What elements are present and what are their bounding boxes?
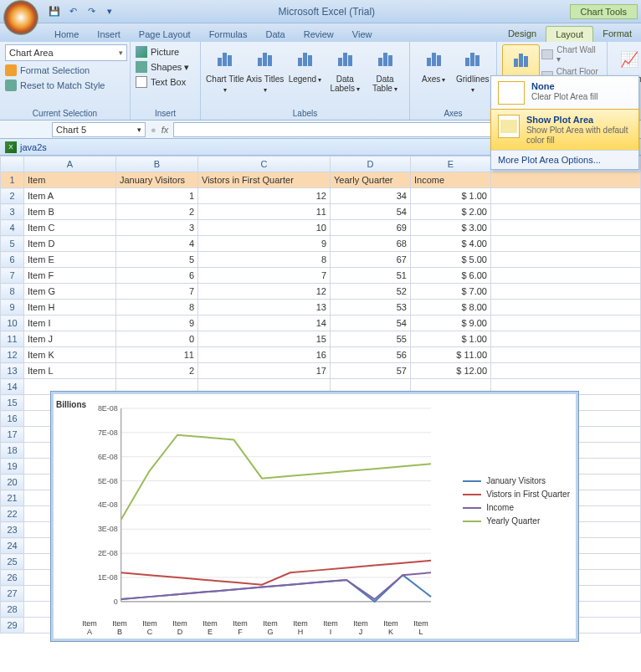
cell[interactable]: 2 (116, 204, 198, 220)
cell[interactable]: 14 (198, 315, 331, 331)
format-selection-button[interactable]: Format Selection (5, 63, 125, 78)
cell[interactable]: 54 (331, 204, 411, 220)
cell[interactable]: $ 12.00 (411, 363, 491, 379)
row-header[interactable]: 10 (1, 315, 24, 331)
cell[interactable]: 12 (198, 284, 331, 300)
row-header[interactable]: 29 (1, 618, 24, 634)
cell[interactable]: Item K (24, 347, 116, 363)
row-header[interactable]: 28 (1, 602, 24, 618)
row-header[interactable]: 7 (1, 268, 24, 284)
cell[interactable]: Item G (24, 284, 116, 300)
row-header[interactable]: 9 (1, 300, 24, 315)
cell[interactable]: $ 1.00 (411, 188, 491, 204)
tab-data[interactable]: Data (256, 27, 294, 42)
cell[interactable]: Item J (24, 331, 116, 347)
cell[interactable]: 7 (198, 268, 331, 284)
cell[interactable] (491, 172, 641, 188)
cell[interactable]: Item B (24, 204, 116, 220)
row-header[interactable]: 1 (1, 172, 24, 188)
tab-insert[interactable]: Insert (88, 27, 130, 42)
cell[interactable]: Vistors in First Quarter (198, 172, 331, 188)
cell[interactable]: 17 (198, 363, 331, 379)
cell[interactable]: Income (411, 172, 491, 188)
cell[interactable]: 34 (331, 188, 411, 204)
cell[interactable] (491, 331, 641, 347)
cell[interactable]: Yearly Quarter (331, 172, 411, 188)
col-header-e[interactable]: E (411, 156, 491, 172)
col-header-c[interactable]: C (198, 156, 331, 172)
row-header[interactable]: 26 (1, 570, 24, 586)
cell[interactable]: $ 6.00 (411, 268, 491, 284)
cell[interactable]: Item D (24, 236, 116, 252)
col-header-b[interactable]: B (116, 156, 198, 172)
cell[interactable]: 12 (198, 188, 331, 204)
col-header-a[interactable]: A (24, 156, 116, 172)
cell[interactable]: 68 (331, 236, 411, 252)
row-header[interactable]: 20 (1, 475, 24, 490)
cell[interactable]: Item F (24, 268, 116, 284)
data-labels-button[interactable]: Data Labels (326, 44, 364, 107)
row-header[interactable]: 2 (1, 188, 24, 204)
undo-icon[interactable]: ↶ (65, 4, 80, 19)
cell[interactable] (491, 363, 641, 379)
cell[interactable]: January Visitors (116, 172, 198, 188)
cell[interactable]: Item I (24, 315, 116, 331)
tab-home[interactable]: Home (45, 27, 88, 42)
cell[interactable] (491, 204, 641, 220)
row-header[interactable]: 13 (1, 363, 24, 379)
more-plot-area-options[interactable]: More Plot Area Options... (491, 150, 638, 169)
cell[interactable]: 11 (198, 204, 331, 220)
cell[interactable]: 3 (116, 220, 198, 236)
row-header[interactable]: 23 (1, 522, 24, 538)
shapes-button[interactable]: Shapes ▾ (136, 59, 195, 74)
cell[interactable] (491, 347, 641, 363)
cell[interactable]: 52 (331, 284, 411, 300)
row-header[interactable]: 24 (1, 538, 24, 554)
cell[interactable]: 53 (331, 300, 411, 315)
cell[interactable] (491, 188, 641, 204)
row-header[interactable]: 12 (1, 347, 24, 363)
tab-review[interactable]: Review (295, 27, 343, 42)
cell[interactable]: 9 (198, 236, 331, 252)
cell[interactable]: $ 11.00 (411, 347, 491, 363)
plot-area[interactable]: 01E-082E-083E-084E-085E-086E-087E-088E-0… (74, 403, 436, 606)
cell[interactable]: 4 (116, 236, 198, 252)
cell[interactable]: 7 (116, 284, 198, 300)
cell[interactable]: $ 2.00 (411, 204, 491, 220)
cell[interactable] (491, 268, 641, 284)
reset-match-style-button[interactable]: Reset to Match Style (5, 78, 125, 93)
row-header[interactable]: 17 (1, 427, 24, 443)
cell[interactable]: 51 (331, 268, 411, 284)
col-header-d[interactable]: D (331, 156, 411, 172)
cell[interactable]: Item C (24, 220, 116, 236)
row-header[interactable]: 18 (1, 443, 24, 459)
cell[interactable]: 1 (116, 188, 198, 204)
cell[interactable] (491, 236, 641, 252)
tab-view[interactable]: View (343, 27, 382, 42)
tab-design[interactable]: Design (499, 26, 546, 42)
cell[interactable]: 69 (331, 220, 411, 236)
cell[interactable]: 16 (198, 347, 331, 363)
cell[interactable] (491, 220, 641, 236)
cell[interactable] (491, 300, 641, 315)
row-header[interactable]: 25 (1, 554, 24, 570)
select-all-corner[interactable] (1, 156, 24, 172)
cell[interactable]: 8 (116, 300, 198, 315)
tab-layout[interactable]: Layout (546, 26, 593, 42)
cell[interactable]: $ 3.00 (411, 220, 491, 236)
row-header[interactable]: 11 (1, 331, 24, 347)
cell[interactable]: 15 (198, 331, 331, 347)
cell[interactable]: $ 7.00 (411, 284, 491, 300)
row-header[interactable]: 5 (1, 236, 24, 252)
tab-format[interactable]: Format (593, 26, 641, 42)
cell[interactable]: $ 5.00 (411, 252, 491, 268)
axis-titles-button[interactable]: Axis Titles (246, 44, 285, 107)
row-header[interactable]: 8 (1, 284, 24, 300)
cell[interactable]: 54 (331, 315, 411, 331)
worksheet[interactable]: A B C D E F 1 Item January Visitors Vist… (0, 156, 641, 668)
cell[interactable]: $ 9.00 (411, 315, 491, 331)
name-box[interactable]: Chart 5 (52, 122, 146, 137)
tab-formulas[interactable]: Formulas (200, 27, 257, 42)
gridlines-button[interactable]: Gridlines (454, 44, 492, 107)
data-table-button[interactable]: Data Table (366, 44, 404, 107)
